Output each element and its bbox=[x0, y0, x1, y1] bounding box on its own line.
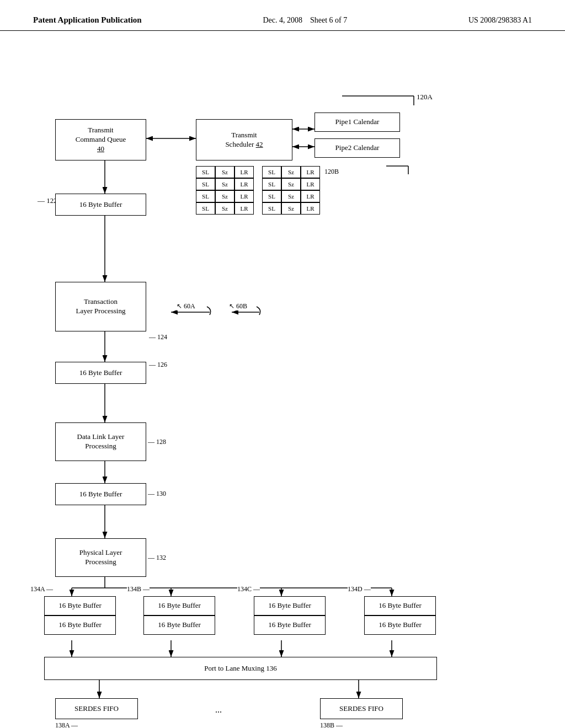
diagram-area: 120A TransmitCommand Queue40 TransmitSch… bbox=[0, 31, 565, 709]
transaction-layer-label: TransactionLayer Processing bbox=[76, 297, 126, 316]
transmit-command-queue-box: TransmitCommand Queue40 bbox=[55, 119, 146, 160]
buffer-134A-1-label: 16 Byte Buffer bbox=[58, 601, 102, 611]
sl-sz-lr-r4c1-sz: Sz bbox=[215, 202, 234, 215]
sl-sz-lr-r3c2-sl: SL bbox=[262, 190, 281, 202]
physical-layer-box: Physical LayerProcessing bbox=[55, 538, 146, 577]
physical-layer-label: Physical LayerProcessing bbox=[79, 548, 122, 567]
sl-sz-lr-r4c1-lr: LR bbox=[234, 202, 254, 215]
buffer-126-box: 16 Byte Buffer bbox=[55, 362, 146, 384]
sheet-info: Sheet 6 of 7 bbox=[310, 16, 347, 24]
buffer-134B-1-label: 16 Byte Buffer bbox=[158, 601, 201, 611]
sl-sz-lr-r2c1-lr: LR bbox=[234, 178, 254, 190]
buffer-134A-2-box: 16 Byte Buffer bbox=[44, 615, 116, 635]
buffer-134C-1-box: 16 Byte Buffer bbox=[254, 596, 326, 615]
sl-sz-lr-r3c2-lr: LR bbox=[301, 190, 320, 202]
buffer-134C-1-label: 16 Byte Buffer bbox=[268, 601, 311, 611]
ellipsis-label: ... bbox=[215, 705, 222, 715]
label-60B: ↖ 60B bbox=[229, 302, 247, 311]
serdes-fifo-138A-label: SERDES FIFO bbox=[74, 704, 119, 714]
sl-sz-lr-r2c2-sl: SL bbox=[262, 178, 281, 190]
pipe1-calendar-label: Pipe1 Calendar bbox=[335, 117, 380, 127]
sl-sz-lr-r1c2-sl: SL bbox=[262, 166, 281, 178]
pipe2-calendar-label: Pipe2 Calendar bbox=[335, 143, 380, 153]
label-124: — 124 bbox=[149, 333, 167, 341]
pipe2-calendar-box: Pipe2 Calendar bbox=[315, 138, 400, 158]
port-lane-muxing-label: Port to Lane Muxing 136 bbox=[204, 664, 276, 673]
label-120A: 120A bbox=[417, 93, 433, 101]
label-60A: ↖ 60A bbox=[177, 302, 195, 311]
buffer-134D-2-box: 16 Byte Buffer bbox=[364, 615, 436, 635]
sl-sz-lr-r1c2-sz: Sz bbox=[281, 166, 301, 178]
sl-sz-lr-r1c2-lr: LR bbox=[301, 166, 320, 178]
label-134D: 134D — bbox=[348, 585, 371, 593]
transmit-command-queue-label: TransmitCommand Queue40 bbox=[76, 126, 126, 154]
pipe1-calendar-box: Pipe1 Calendar bbox=[315, 113, 400, 132]
label-138A: 138A — bbox=[55, 721, 78, 728]
buffer-130-box: 16 Byte Buffer bbox=[55, 483, 146, 505]
buffer-122-box: 16 Byte Buffer bbox=[55, 194, 146, 216]
buffer-134B-1-box: 16 Byte Buffer bbox=[143, 596, 215, 615]
sl-sz-lr-r2c1-sl: SL bbox=[196, 178, 215, 190]
label-130: — 130 bbox=[148, 490, 166, 498]
sl-sz-lr-r3c1-lr: LR bbox=[234, 190, 254, 202]
serdes-fifo-138B-label: SERDES FIFO bbox=[339, 704, 383, 714]
buffer-134D-2-label: 16 Byte Buffer bbox=[379, 620, 422, 630]
buffer-134B-2-box: 16 Byte Buffer bbox=[143, 615, 215, 635]
port-lane-muxing-box: Port to Lane Muxing 136 bbox=[44, 657, 437, 680]
sl-sz-lr-r4c2-lr: LR bbox=[301, 202, 320, 215]
transaction-layer-box: TransactionLayer Processing bbox=[55, 282, 146, 331]
buffer-134A-2-label: 16 Byte Buffer bbox=[58, 620, 102, 630]
sl-sz-lr-r4c2-sz: Sz bbox=[281, 202, 301, 215]
sl-sz-lr-r3c2-sz: Sz bbox=[281, 190, 301, 202]
header-publication: Patent Application Publication bbox=[33, 15, 142, 25]
sl-sz-lr-r3c1-sl: SL bbox=[196, 190, 215, 202]
sl-sz-lr-r1c1-sz: Sz bbox=[215, 166, 234, 178]
label-122: — 122 bbox=[38, 196, 57, 205]
sl-sz-lr-r1c1-lr: LR bbox=[234, 166, 254, 178]
label-128: — 128 bbox=[148, 438, 166, 446]
buffer-122-label: 16 Byte Buffer bbox=[79, 200, 122, 210]
label-120B: 120B bbox=[324, 168, 339, 176]
buffer-134C-2-box: 16 Byte Buffer bbox=[254, 615, 326, 635]
sl-sz-lr-r4c2-sl: SL bbox=[262, 202, 281, 215]
buffer-134B-2-label: 16 Byte Buffer bbox=[158, 620, 201, 630]
data-link-layer-label: Data Link LayerProcessing bbox=[77, 432, 125, 451]
label-138B: 138B — bbox=[320, 721, 343, 728]
page-header: Patent Application Publication Dec. 4, 2… bbox=[0, 0, 565, 31]
buffer-130-label: 16 Byte Buffer bbox=[79, 490, 122, 499]
label-134A: 134A — bbox=[30, 585, 53, 593]
sl-sz-lr-r2c2-sz: Sz bbox=[281, 178, 301, 190]
transmit-scheduler-box: TransmitScheduler 42 bbox=[196, 119, 292, 160]
sl-sz-lr-r2c2-lr: LR bbox=[301, 178, 320, 190]
header-date-sheet: Dec. 4, 2008 Sheet 6 of 7 bbox=[263, 16, 347, 25]
serdes-fifo-138A-box: SERDES FIFO bbox=[55, 698, 138, 719]
label-134C: 134C — bbox=[237, 585, 260, 593]
buffer-134D-1-box: 16 Byte Buffer bbox=[364, 596, 436, 615]
buffer-126-label: 16 Byte Buffer bbox=[79, 368, 122, 378]
buffer-134A-1-box: 16 Byte Buffer bbox=[44, 596, 116, 615]
data-link-layer-box: Data Link LayerProcessing bbox=[55, 422, 146, 461]
serdes-fifo-138B-box: SERDES FIFO bbox=[320, 698, 403, 719]
sl-sz-lr-r1c1-sl: SL bbox=[196, 166, 215, 178]
label-134B: 134B — bbox=[127, 585, 150, 593]
transmit-scheduler-label: TransmitScheduler 42 bbox=[225, 131, 263, 149]
buffer-134C-2-label: 16 Byte Buffer bbox=[268, 620, 311, 630]
sl-sz-lr-r4c1-sl: SL bbox=[196, 202, 215, 215]
buffer-134D-1-label: 16 Byte Buffer bbox=[379, 601, 422, 611]
label-126: — 126 bbox=[149, 361, 167, 369]
header-patent-number: US 2008/298383 A1 bbox=[468, 16, 532, 25]
sl-sz-lr-r3c1-sz: Sz bbox=[215, 190, 234, 202]
label-132: — 132 bbox=[148, 554, 166, 562]
sl-sz-lr-r2c1-sz: Sz bbox=[215, 178, 234, 190]
